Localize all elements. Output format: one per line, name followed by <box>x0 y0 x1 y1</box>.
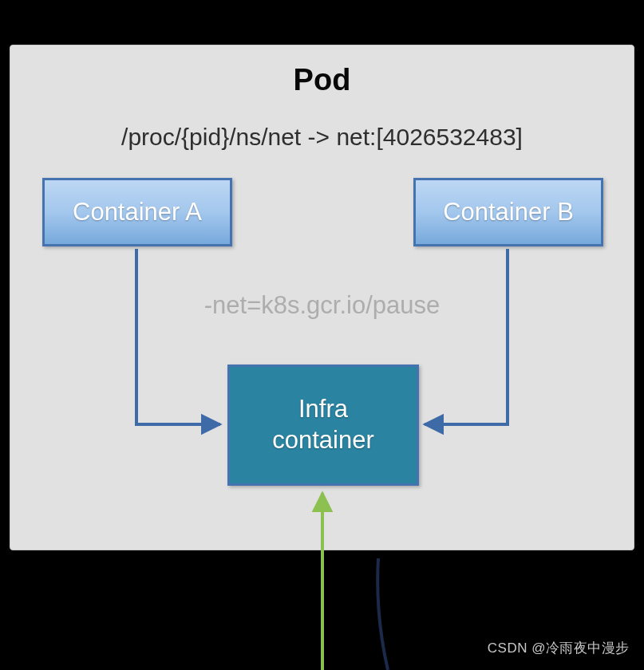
container-b-box: Container B <box>413 178 603 246</box>
container-a-box: Container A <box>42 178 232 246</box>
watermark-text: CSDN @冷雨夜中漫步 <box>488 639 630 657</box>
diagram-title: Pod <box>10 63 634 97</box>
curve-decoration <box>377 558 388 670</box>
infra-container-label: Infra container <box>272 394 374 456</box>
namespace-path-text: /proc/{pid}/ns/net -> net:[4026532483] <box>10 124 634 151</box>
container-b-label: Container B <box>443 198 574 227</box>
container-a-label: Container A <box>73 198 202 227</box>
infra-container-box: Infra container <box>227 365 419 486</box>
pod-panel: Pod /proc/{pid}/ns/net -> net:[402653248… <box>10 45 634 550</box>
net-hint-text: -net=k8s.gcr.io/pause <box>10 291 634 320</box>
